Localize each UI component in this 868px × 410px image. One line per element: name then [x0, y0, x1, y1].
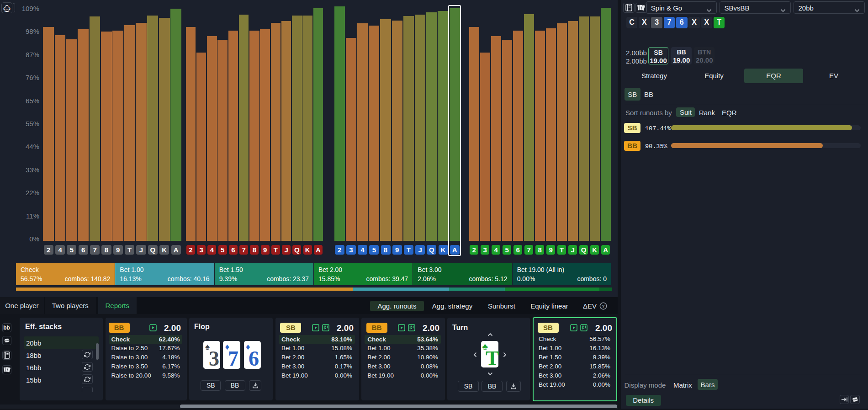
svg-text:?: ?: [602, 304, 604, 309]
